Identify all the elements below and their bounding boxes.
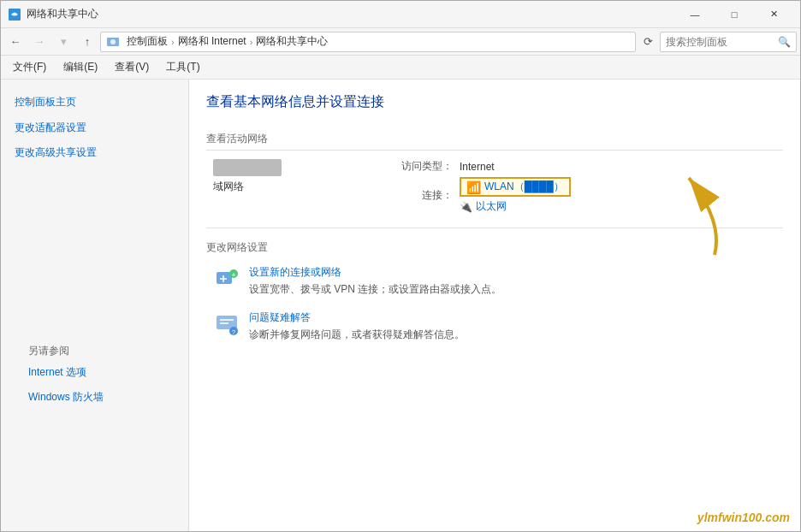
troubleshoot-icon: ? bbox=[213, 310, 240, 338]
main-content: 控制面板主页 更改适配器设置 更改高级共享设置 另请参阅 Internet 选项… bbox=[1, 80, 800, 531]
access-type-row: 访问类型： Internet bbox=[401, 159, 776, 174]
menu-view[interactable]: 查看(V) bbox=[108, 58, 156, 76]
section-divider bbox=[206, 228, 783, 228]
ethernet-connection-link[interactable]: 🔌 以太网 bbox=[460, 199, 571, 214]
search-input[interactable] bbox=[666, 36, 774, 48]
wlan-connection-link[interactable]: 📶 WLAN（████） bbox=[460, 177, 571, 197]
up-button[interactable]: ↑ bbox=[76, 32, 98, 52]
svg-rect-7 bbox=[220, 319, 234, 321]
sidebar-link-firewall[interactable]: Windows 防火墙 bbox=[15, 385, 175, 411]
menu-edit[interactable]: 编辑(E) bbox=[56, 58, 104, 76]
troubleshoot-text: 问题疑难解答 诊断并修复网络问题，或者获得疑难解答信息。 bbox=[249, 310, 465, 342]
change-settings-label: 更改网络设置 bbox=[206, 240, 783, 255]
access-type-value: Internet bbox=[460, 161, 495, 173]
address-bar: ← → ▾ ↑ 控制面板 › 网络和 Internet › 网络和共享中心 ⟳ … bbox=[1, 28, 800, 56]
menu-bar: 文件(F) 编辑(E) 查看(V) 工具(T) bbox=[1, 56, 800, 80]
menu-tools[interactable]: 工具(T) bbox=[159, 58, 206, 76]
close-button[interactable]: ✕ bbox=[754, 1, 793, 28]
troubleshoot-desc: 诊断并修复网络问题，或者获得疑难解答信息。 bbox=[249, 328, 465, 340]
sidebar-link-sharing[interactable]: 更改高级共享设置 bbox=[1, 140, 188, 166]
refresh-button[interactable]: ⟳ bbox=[638, 32, 658, 52]
wlan-text[interactable]: WLAN（████） bbox=[484, 180, 564, 194]
new-connection-item: + 设置新的连接或网络 设置宽带、拨号或 VPN 连接；或设置路由器或接入点。 bbox=[206, 265, 783, 297]
also-see-label: 另请参阅 bbox=[15, 337, 175, 360]
forward-button[interactable]: → bbox=[28, 32, 50, 52]
maximize-button[interactable]: □ bbox=[715, 1, 754, 28]
search-icon: 🔍 bbox=[778, 36, 791, 48]
window-controls: — □ ✕ bbox=[675, 1, 793, 28]
svg-point-2 bbox=[110, 39, 116, 44]
sidebar: 控制面板主页 更改适配器设置 更改高级共享设置 另请参阅 Internet 选项… bbox=[1, 80, 189, 531]
content-area: 查看基本网络信息并设置连接 查看活动网络 域网络 访问类型： Internet … bbox=[189, 80, 800, 531]
window-icon bbox=[8, 8, 21, 21]
breadcrumb-item-2[interactable]: 网络和 Internet bbox=[178, 34, 246, 49]
search-box[interactable]: 🔍 bbox=[660, 32, 797, 52]
title-bar: 网络和共享中心 — □ ✕ bbox=[1, 1, 800, 28]
active-network-label: 查看活动网络 bbox=[206, 132, 783, 151]
wifi-icon: 📶 bbox=[466, 180, 481, 194]
page-title: 查看基本网络信息并设置连接 bbox=[206, 93, 783, 118]
breadcrumb: 控制面板 › 网络和 Internet › 网络和共享中心 bbox=[106, 34, 328, 49]
connection-row: 连接： 📶 WLAN（████） 🔌 以太网 bbox=[401, 177, 776, 214]
breadcrumb-item-3[interactable]: 网络和共享中心 bbox=[256, 34, 328, 49]
svg-rect-8 bbox=[220, 322, 228, 324]
access-type-label: 访问类型： bbox=[401, 159, 453, 174]
back-button[interactable]: ← bbox=[4, 32, 27, 52]
recent-pages-button[interactable]: ▾ bbox=[52, 32, 74, 52]
network-type: 域网络 bbox=[213, 180, 401, 194]
minimize-button[interactable]: — bbox=[675, 1, 715, 28]
address-box[interactable]: 控制面板 › 网络和 Internet › 网络和共享中心 bbox=[100, 32, 636, 52]
network-name-area: 域网络 bbox=[213, 159, 401, 194]
breadcrumb-item-1[interactable]: 控制面板 bbox=[127, 34, 168, 49]
sidebar-link-home[interactable]: 控制面板主页 bbox=[1, 90, 188, 115]
network-row: 域网络 访问类型： Internet 连接： 📶 WLAN（████） bbox=[206, 159, 783, 214]
sidebar-link-adapter[interactable]: 更改适配器设置 bbox=[1, 115, 188, 141]
sidebar-link-internet-options[interactable]: Internet 选项 bbox=[15, 360, 175, 386]
svg-text:+: + bbox=[232, 271, 236, 279]
ethernet-text[interactable]: 以太网 bbox=[476, 199, 507, 214]
network-name-blurred bbox=[213, 159, 282, 176]
menu-file[interactable]: 文件(F) bbox=[6, 58, 53, 76]
main-window: 网络和共享中心 — □ ✕ ← → ▾ ↑ 控制面板 › 网络和 Interne… bbox=[0, 0, 801, 532]
new-connection-link[interactable]: 设置新的连接或网络 bbox=[249, 265, 501, 280]
troubleshoot-item: ? 问题疑难解答 诊断并修复网络问题，或者获得疑难解答信息。 bbox=[206, 310, 783, 342]
svg-text:?: ? bbox=[232, 328, 236, 336]
new-connection-desc: 设置宽带、拨号或 VPN 连接；或设置路由器或接入点。 bbox=[249, 283, 501, 295]
ethernet-icon: 🔌 bbox=[460, 201, 472, 213]
watermark: ylmfwin100.com bbox=[697, 511, 790, 524]
window-title: 网络和共享中心 bbox=[27, 7, 675, 21]
new-connection-text: 设置新的连接或网络 设置宽带、拨号或 VPN 连接；或设置路由器或接入点。 bbox=[249, 265, 501, 297]
connection-label: 连接： bbox=[401, 188, 453, 203]
new-connection-icon: + bbox=[213, 265, 240, 293]
network-info: 访问类型： Internet 连接： 📶 WLAN（████） 🔌 bbox=[401, 159, 776, 214]
troubleshoot-link[interactable]: 问题疑难解答 bbox=[249, 310, 465, 325]
